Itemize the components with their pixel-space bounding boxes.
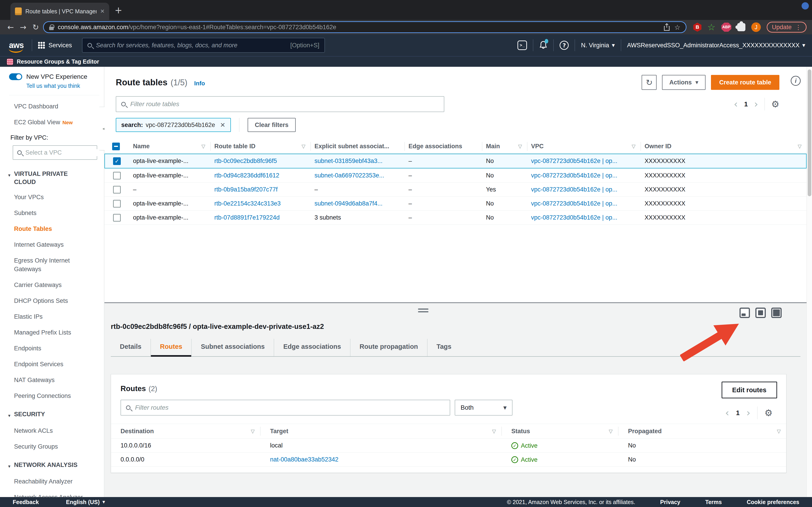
info-panel-icon[interactable]: i <box>791 76 801 86</box>
sidebar-item-endpoints[interactable]: Endpoints <box>14 344 97 353</box>
route-table-id-link[interactable]: rtb-0c09ec2bdb8fc96f5 <box>214 158 277 164</box>
tab-tags[interactable]: Tags <box>427 339 461 356</box>
resource-groups-link[interactable]: Resource Groups & Tag Editor <box>17 58 99 65</box>
sidebar-item-nat-gateways[interactable]: NAT Gateways <box>14 376 97 384</box>
sidebar-item-reachability-analyzer[interactable]: Reachability Analyzer <box>14 477 97 486</box>
route-row[interactable]: 10.0.0.0/16 local ✓Active No <box>111 439 786 453</box>
row-checkbox[interactable] <box>113 200 121 208</box>
sidebar-item-vpc-dashboard[interactable]: VPC Dashboard <box>14 102 97 111</box>
panel-size-medium-icon[interactable] <box>755 307 766 318</box>
vpc-filter-select[interactable] <box>13 145 97 160</box>
section-virtual-private-cloud[interactable]: ▾VIRTUAL PRIVATE CLOUD <box>8 170 97 186</box>
route-row[interactable]: 0.0.0.0/0 nat-00a80bae33ab52342 ✓Active … <box>111 453 786 467</box>
tab-route-propagation[interactable]: Route propagation <box>350 339 427 356</box>
route-table-id-link[interactable]: rtb-0e22154c324c313e3 <box>214 200 281 207</box>
new-vpc-experience-toggle[interactable] <box>9 73 22 80</box>
extensions-puzzle-icon[interactable] <box>737 23 745 31</box>
sidebar-item-dhcp[interactable]: DHCP Options Sets <box>14 296 97 305</box>
tell-us-link[interactable]: Tell us what you think <box>26 82 104 89</box>
actions-menu-button[interactable]: Actions▼ <box>662 75 706 90</box>
create-route-table-button[interactable]: Create route table <box>711 75 779 90</box>
share-icon[interactable] <box>663 23 670 31</box>
filter-icon[interactable]: ▽ <box>777 429 786 434</box>
filter-icon[interactable]: ▽ <box>492 429 501 434</box>
sidebar-item-route-tables[interactable]: Route Tables <box>14 225 97 233</box>
sidebar-item-security-groups[interactable]: Security Groups <box>14 442 97 451</box>
extension-star-icon[interactable]: ☆ <box>707 22 715 33</box>
route-table-id-link[interactable]: rtb-0b9a15ba9f207c77f <box>214 186 277 193</box>
refresh-button[interactable]: ↻ <box>642 75 657 90</box>
notifications-bell-icon[interactable] <box>539 40 547 50</box>
new-tab-button[interactable]: + <box>115 5 122 15</box>
vpc-link[interactable]: vpc-0872723d0b54b162e | op... <box>531 186 617 193</box>
edit-routes-button[interactable]: Edit routes <box>722 382 777 398</box>
filter-icon[interactable]: ▽ <box>798 144 805 149</box>
aws-search-input[interactable] <box>96 42 286 49</box>
sidebar-item-internet-gateways[interactable]: Internet Gateways <box>14 240 97 249</box>
filter-icon[interactable]: ▽ <box>302 144 309 149</box>
routes-scope-select[interactable]: Both ▼ <box>455 400 512 415</box>
route-table-id-link[interactable]: rtb-07d8891f7e179224d <box>214 214 280 221</box>
filter-routes-box[interactable] <box>120 400 450 415</box>
extension-b-icon[interactable]: B <box>693 23 701 32</box>
bookmark-star-icon[interactable]: ☆ <box>674 23 680 31</box>
terms-link[interactable]: Terms <box>705 499 722 505</box>
filter-icon[interactable]: ▽ <box>201 144 208 149</box>
sidebar-item-carrier-gateways[interactable]: Carrier Gateways <box>14 281 97 289</box>
aws-logo[interactable]: aws <box>7 41 26 50</box>
privacy-link[interactable]: Privacy <box>660 499 680 505</box>
info-link[interactable]: Info <box>194 80 205 87</box>
vpc-link[interactable]: vpc-0872723d0b54b162e | op... <box>531 200 617 207</box>
aws-search[interactable]: [Option+S] <box>82 38 325 53</box>
page-scrollbar[interactable] <box>807 67 812 497</box>
vpc-filter-input[interactable] <box>26 149 104 156</box>
reload-icon[interactable]: ↻ <box>31 23 41 32</box>
panel-size-small-icon[interactable] <box>740 307 750 318</box>
filter-routes-input[interactable] <box>135 404 445 411</box>
filter-icon[interactable]: ▽ <box>632 144 639 149</box>
table-row[interactable]: ✓ opta-live-example-... rtb-0c09ec2bdb8f… <box>104 154 807 169</box>
tab-close-icon[interactable]: ✕ <box>100 8 105 14</box>
routes-settings-gear-icon[interactable]: ⚙ <box>764 408 773 418</box>
search-filter-chip[interactable]: search:vpc-0872723d0b54b162e ✕ <box>116 118 231 132</box>
vpc-link[interactable]: vpc-0872723d0b54b162e | op... <box>531 214 617 221</box>
browser-tab[interactable]: Route tables | VPC Managemen ✕ <box>10 3 109 20</box>
table-row[interactable]: opta-live-example-... rtb-0e22154c324c31… <box>104 197 807 211</box>
sidebar-item-network-access-analyzer[interactable]: Network Access Analyzer <box>14 493 97 497</box>
forward-icon[interactable]: → <box>18 23 28 32</box>
clear-filters-button[interactable]: Clear filters <box>248 118 296 132</box>
filter-icon[interactable]: ▽ <box>609 429 618 434</box>
browser-update-button[interactable]: Update⋮ <box>767 22 807 33</box>
filter-icon[interactable]: ▽ <box>518 144 525 149</box>
sidebar-item-peering-connections[interactable]: Peering Connections <box>14 392 97 400</box>
back-icon[interactable]: ← <box>5 23 16 32</box>
subnet-link[interactable]: subnet-0949d6ab8a7f4... <box>314 200 383 207</box>
tab-routes[interactable]: Routes <box>150 339 191 356</box>
subnets-popover-trigger[interactable]: 3 subnets <box>314 214 341 221</box>
tab-edge-associations[interactable]: Edge associations <box>274 339 350 356</box>
table-row[interactable]: – rtb-0b9a15ba9f207c77f – – Yes vpc-0872… <box>104 183 807 197</box>
sidebar-item-your-vpcs[interactable]: Your VPCs <box>14 193 97 202</box>
filter-route-tables-input[interactable] <box>130 101 439 108</box>
page-number[interactable]: 1 <box>744 101 748 108</box>
browser-profile-avatar[interactable]: J <box>751 22 761 32</box>
page-number[interactable]: 1 <box>736 409 740 417</box>
panel-size-full-icon[interactable] <box>771 307 782 318</box>
vpc-link[interactable]: vpc-0872723d0b54b162e | op... <box>531 172 617 179</box>
sidebar-item-network-acls[interactable]: Network ACLs <box>14 427 97 435</box>
sidebar-item-managed-prefix-lists[interactable]: Managed Prefix Lists <box>14 328 97 337</box>
row-checkbox[interactable] <box>113 172 121 179</box>
cookie-preferences-link[interactable]: Cookie preferences <box>747 499 799 505</box>
sidebar-item-elastic-ips[interactable]: Elastic IPs <box>14 313 97 321</box>
tab-details[interactable]: Details <box>111 339 150 356</box>
section-network-analysis[interactable]: ▾NETWORK ANALYSIS <box>8 461 97 470</box>
page-next-icon[interactable]: › <box>754 99 758 109</box>
account-menu[interactable]: AWSReservedSSO_AdministratorAccess_XXXXX… <box>627 42 805 49</box>
url-bar[interactable]: console.aws.amazon.com/vpc/home?region=u… <box>43 21 687 33</box>
help-icon[interactable]: ? <box>560 41 569 50</box>
page-prev-icon[interactable]: ‹ <box>734 99 738 109</box>
section-security[interactable]: ▾SECURITY <box>8 410 97 419</box>
sidebar-item-ec2-global-view[interactable]: EC2 Global ViewNew <box>14 118 97 127</box>
row-checkbox[interactable] <box>113 214 121 222</box>
panel-drag-handle[interactable] <box>418 308 428 313</box>
